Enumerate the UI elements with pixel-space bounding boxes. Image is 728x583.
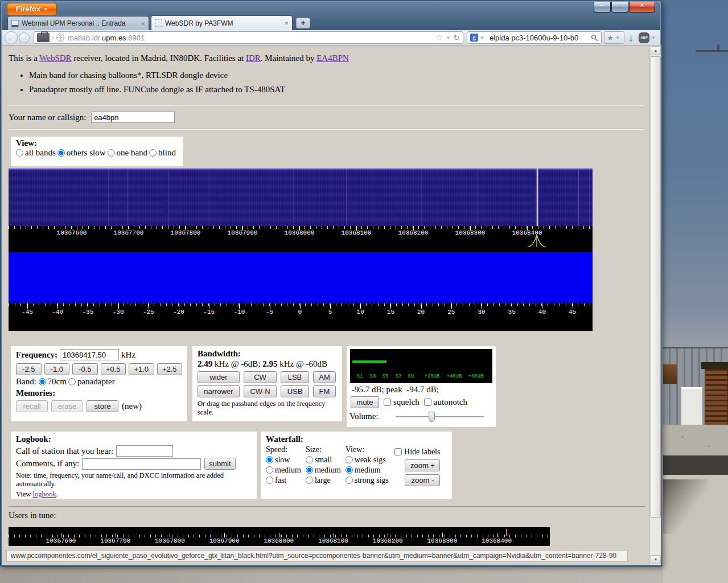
wf-option-weak-sigs[interactable]: weak sigs bbox=[346, 455, 389, 465]
wf-radio[interactable] bbox=[346, 456, 353, 463]
close-button[interactable]: × bbox=[629, 2, 655, 13]
wf-option-fast[interactable]: fast bbox=[266, 476, 301, 485]
waterfall-panadapter[interactable] bbox=[9, 252, 593, 303]
mode-button-wider[interactable]: wider bbox=[198, 371, 240, 383]
wf-option-medium[interactable]: medium bbox=[306, 466, 341, 475]
maximize-button[interactable]: □ bbox=[611, 2, 628, 13]
store-button[interactable]: store bbox=[87, 400, 118, 412]
autonotch-checkbox-label[interactable]: autonotch bbox=[424, 397, 467, 407]
wf-radio[interactable] bbox=[266, 456, 273, 463]
step-button--2.5[interactable]: -2.5 bbox=[16, 363, 42, 375]
browser-tab-active[interactable]: WebSDR by PA3FWM× bbox=[151, 15, 293, 30]
view-radio[interactable] bbox=[16, 149, 23, 157]
view-radio[interactable] bbox=[108, 149, 115, 157]
squelch-checkbox[interactable] bbox=[384, 399, 391, 406]
offset-scale[interactable]: -45-40-35-30-25-20-15-10-505101520253035… bbox=[9, 303, 593, 331]
band-option-panadapter[interactable]: panadapter bbox=[68, 377, 115, 386]
wf-option-large[interactable]: large bbox=[306, 476, 341, 485]
mode-button-cw[interactable]: CW bbox=[244, 371, 277, 383]
url-dropdown-icon[interactable]: ▼ bbox=[446, 35, 450, 40]
view-radio[interactable] bbox=[149, 149, 157, 157]
downloads-icon[interactable]: ↓ bbox=[628, 32, 634, 44]
search-bar[interactable]: g ▼ bbox=[467, 31, 602, 44]
view-option-one-band[interactable]: one band bbox=[108, 148, 148, 157]
wf-radio[interactable] bbox=[266, 466, 273, 474]
step-button-+2.5[interactable]: +2.5 bbox=[157, 363, 183, 375]
mode-button-am[interactable]: AM bbox=[313, 371, 336, 383]
step-button-+0.5[interactable]: +0.5 bbox=[101, 363, 126, 375]
wf-radio[interactable] bbox=[306, 466, 313, 474]
hide-labels-checkbox-label[interactable]: Hide labels bbox=[394, 447, 440, 457]
forward-button[interactable]: → bbox=[19, 32, 30, 43]
zoom-in-button[interactable]: zoom + bbox=[405, 459, 440, 471]
vertical-scrollbar[interactable]: ▲ ▼ bbox=[649, 46, 661, 565]
url-bar[interactable]: › matlab.idr.upm.es:8901 ☆ ▼ ↻ bbox=[34, 31, 463, 44]
callsign-input[interactable] bbox=[91, 112, 175, 123]
mode-button-cw-n[interactable]: CW-N bbox=[244, 385, 277, 397]
wf-radio[interactable] bbox=[306, 456, 313, 463]
logbook-link[interactable]: logbook bbox=[32, 490, 56, 498]
tab-close-icon[interactable]: × bbox=[141, 20, 145, 27]
wf-option-slow[interactable]: slow bbox=[266, 455, 301, 465]
volume-slider[interactable] bbox=[396, 416, 484, 417]
scrollbar-thumb[interactable] bbox=[651, 56, 661, 518]
wf-radio[interactable] bbox=[346, 466, 353, 474]
zoom-out-button[interactable]: zoom - bbox=[405, 474, 440, 486]
wf-option-medium[interactable]: medium bbox=[346, 466, 389, 475]
frequency-input[interactable] bbox=[60, 349, 119, 360]
frequency-scale[interactable]: 1036760010367700103678001036790010368000… bbox=[9, 226, 593, 252]
recall-button[interactable]: recall bbox=[16, 400, 48, 412]
step-button-+1.0[interactable]: +1.0 bbox=[129, 363, 154, 375]
firefox-menu-button[interactable]: Firefox▼ bbox=[7, 3, 57, 15]
tab-close-icon[interactable]: × bbox=[284, 19, 289, 27]
scroll-up-arrow[interactable]: ▲ bbox=[651, 46, 661, 55]
volume-slider-thumb[interactable] bbox=[429, 412, 435, 422]
spectrum-display[interactable]: 1036760010367700103678001036790010368000… bbox=[9, 169, 593, 331]
hide-labels-checkbox[interactable] bbox=[394, 448, 402, 455]
view-option-blind[interactable]: blind bbox=[149, 148, 176, 157]
title-bar[interactable]: Firefox▼ ─ □ × Webmail UPM Personal :: E… bbox=[2, 2, 660, 30]
mode-button-lsb[interactable]: LSB bbox=[281, 371, 309, 383]
mode-button-usb[interactable]: USB bbox=[281, 385, 309, 397]
minimize-button[interactable]: ─ bbox=[594, 2, 611, 13]
band-option-70cm[interactable]: 70cm bbox=[39, 377, 67, 386]
squelch-checkbox-label[interactable]: squelch bbox=[384, 397, 419, 407]
submit-button[interactable]: submit bbox=[204, 458, 235, 470]
intro-link-ea4bpn[interactable]: EA4BPN bbox=[316, 54, 349, 63]
search-icon[interactable] bbox=[591, 34, 598, 42]
users-in-tune-bar[interactable]: 1036760010367700103678001036790010368000… bbox=[9, 527, 550, 546]
autonotch-checkbox[interactable] bbox=[424, 399, 431, 406]
back-button[interactable]: ← bbox=[5, 31, 18, 44]
view-radio[interactable] bbox=[57, 149, 65, 157]
wf-radio[interactable] bbox=[266, 477, 273, 484]
waterfall-main[interactable] bbox=[9, 169, 593, 226]
view-option-others-slow[interactable]: others slow bbox=[57, 148, 106, 157]
intro-link-websdr[interactable]: WebSDR bbox=[39, 54, 71, 63]
passband-marker-icon[interactable] bbox=[527, 235, 548, 248]
bookmark-star-icon[interactable]: ☆ bbox=[435, 32, 443, 43]
step-button--1.0[interactable]: -1.0 bbox=[44, 363, 70, 375]
call-input[interactable] bbox=[116, 445, 173, 457]
view-option-all-bands[interactable]: all bands bbox=[16, 148, 56, 157]
mode-button-narrower[interactable]: narrower bbox=[198, 385, 240, 397]
mode-button-fm[interactable]: FM bbox=[313, 385, 336, 397]
wf-option-strong-sigs[interactable]: strong sigs bbox=[346, 476, 389, 485]
browser-tab[interactable]: Webmail UPM Personal :: Entrada× bbox=[7, 16, 149, 30]
wf-radio[interactable] bbox=[346, 477, 353, 484]
intro-link-idr[interactable]: IDR bbox=[246, 54, 261, 63]
scroll-down-arrow[interactable]: ▼ bbox=[651, 555, 661, 564]
wf-radio[interactable] bbox=[306, 477, 313, 484]
new-tab-button[interactable]: + bbox=[296, 18, 310, 28]
wf-option-medium[interactable]: medium bbox=[266, 466, 301, 475]
adblock-button[interactable]: ABP▼ bbox=[639, 32, 657, 43]
search-input[interactable] bbox=[488, 33, 591, 43]
erase-button[interactable]: erase bbox=[51, 400, 83, 412]
step-button--0.5[interactable]: -0.5 bbox=[72, 363, 98, 375]
comments-input[interactable] bbox=[82, 458, 201, 470]
wf-option-small[interactable]: small bbox=[306, 455, 341, 465]
reload-icon[interactable]: ↻ bbox=[453, 33, 460, 42]
mute-button[interactable]: mute bbox=[351, 396, 379, 408]
band-radio[interactable] bbox=[68, 378, 76, 385]
site-identity-icon[interactable] bbox=[37, 33, 50, 42]
google-icon[interactable]: g bbox=[470, 34, 478, 42]
